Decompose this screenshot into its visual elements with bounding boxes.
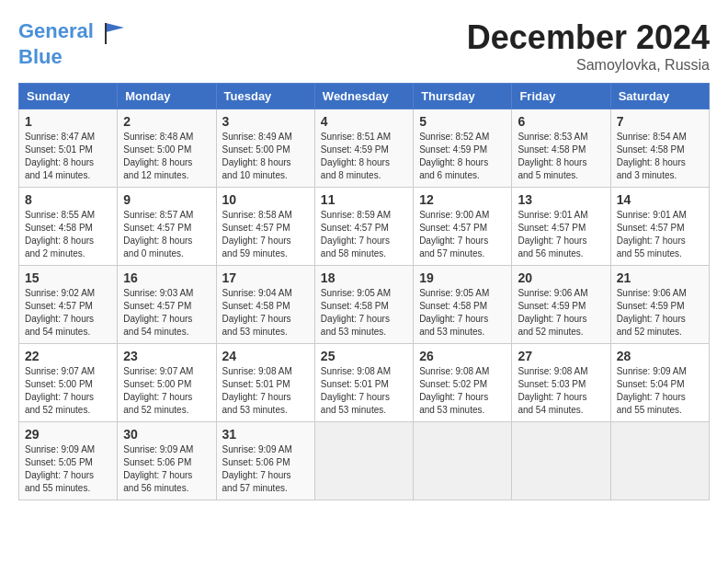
day-cell: 25 Sunrise: 9:08 AMSunset: 5:01 PMDaylig… (314, 344, 413, 422)
day-cell: 15 Sunrise: 9:02 AMSunset: 4:57 PMDaylig… (19, 266, 118, 344)
day-cell (512, 422, 610, 500)
col-friday: Friday (512, 84, 610, 109)
day-number: 23 (123, 349, 210, 363)
day-cell: 8 Sunrise: 8:55 AMSunset: 4:58 PMDayligh… (19, 188, 118, 266)
day-number: 5 (419, 114, 506, 129)
day-info: Sunrise: 8:54 AMSunset: 4:58 PMDaylight:… (617, 131, 703, 182)
day-cell: 30 Sunrise: 9:09 AMSunset: 5:06 PMDaylig… (118, 422, 216, 500)
page-header: General Blue December 2024 Samoylovka, R… (18, 18, 710, 74)
svg-marker-0 (106, 23, 124, 32)
day-cell: 19 Sunrise: 9:05 AMSunset: 4:58 PMDaylig… (414, 266, 512, 344)
day-number: 19 (419, 270, 506, 285)
day-cell: 20 Sunrise: 9:06 AMSunset: 4:59 PMDaylig… (512, 266, 610, 344)
day-number: 12 (419, 192, 506, 207)
day-info: Sunrise: 8:53 AMSunset: 4:58 PMDaylight:… (518, 131, 604, 182)
day-cell: 13 Sunrise: 9:01 AMSunset: 4:57 PMDaylig… (512, 188, 610, 266)
day-cell: 27 Sunrise: 9:08 AMSunset: 5:03 PMDaylig… (512, 344, 610, 422)
col-thursday: Thursday (414, 84, 512, 109)
day-number: 3 (222, 114, 309, 129)
day-info: Sunrise: 9:02 AMSunset: 4:57 PMDaylight:… (25, 287, 111, 339)
day-info: Sunrise: 9:04 AMSunset: 4:58 PMDaylight:… (222, 287, 309, 339)
day-cell: 7 Sunrise: 8:54 AMSunset: 4:58 PMDayligh… (610, 109, 709, 188)
day-number: 26 (419, 349, 506, 363)
day-info: Sunrise: 8:47 AMSunset: 5:01 PMDaylight:… (25, 131, 111, 182)
day-info: Sunrise: 9:08 AMSunset: 5:02 PMDaylight:… (419, 365, 506, 417)
day-cell (414, 422, 512, 500)
day-cell: 11 Sunrise: 8:59 AMSunset: 4:57 PMDaylig… (314, 188, 413, 266)
day-number: 1 (25, 114, 111, 129)
logo-general: General (18, 19, 94, 42)
day-cell: 5 Sunrise: 8:52 AMSunset: 4:59 PMDayligh… (414, 109, 512, 188)
day-number: 28 (617, 349, 703, 363)
day-info: Sunrise: 9:08 AMSunset: 5:03 PMDaylight:… (518, 365, 604, 417)
day-cell: 14 Sunrise: 9:01 AMSunset: 4:57 PMDaylig… (610, 188, 709, 266)
month-title: December 2024 (467, 18, 710, 57)
day-info: Sunrise: 9:00 AMSunset: 4:57 PMDaylight:… (419, 209, 506, 260)
day-number: 11 (321, 192, 407, 207)
header-row: Sunday Monday Tuesday Wednesday Thursday… (19, 84, 710, 109)
day-number: 17 (222, 270, 309, 285)
day-cell: 24 Sunrise: 9:08 AMSunset: 5:01 PMDaylig… (216, 344, 314, 422)
week-row-4: 29 Sunrise: 9:09 AMSunset: 5:05 PMDaylig… (19, 422, 710, 500)
day-number: 29 (25, 427, 111, 442)
day-info: Sunrise: 8:49 AMSunset: 5:00 PMDaylight:… (222, 131, 309, 182)
day-cell: 2 Sunrise: 8:48 AMSunset: 5:00 PMDayligh… (118, 109, 216, 188)
day-number: 31 (222, 427, 309, 442)
day-number: 13 (518, 192, 604, 207)
day-info: Sunrise: 8:52 AMSunset: 4:59 PMDaylight:… (419, 131, 506, 182)
day-cell: 23 Sunrise: 9:07 AMSunset: 5:00 PMDaylig… (118, 344, 216, 422)
col-monday: Monday (118, 84, 216, 109)
day-number: 7 (617, 114, 703, 129)
day-info: Sunrise: 8:48 AMSunset: 5:00 PMDaylight:… (123, 131, 210, 182)
day-cell: 16 Sunrise: 9:03 AMSunset: 4:57 PMDaylig… (118, 266, 216, 344)
day-number: 22 (25, 349, 111, 363)
day-number: 18 (321, 270, 407, 285)
week-row-0: 1 Sunrise: 8:47 AMSunset: 5:01 PMDayligh… (19, 109, 710, 188)
day-info: Sunrise: 9:06 AMSunset: 4:59 PMDaylight:… (518, 287, 604, 339)
week-row-3: 22 Sunrise: 9:07 AMSunset: 5:00 PMDaylig… (19, 344, 710, 422)
col-saturday: Saturday (610, 84, 709, 109)
week-row-2: 15 Sunrise: 9:02 AMSunset: 4:57 PMDaylig… (19, 266, 710, 344)
location-subtitle: Samoylovka, Russia (467, 57, 710, 74)
day-number: 16 (123, 270, 210, 285)
day-info: Sunrise: 9:09 AMSunset: 5:06 PMDaylight:… (123, 443, 210, 495)
day-cell (610, 422, 709, 500)
col-sunday: Sunday (19, 84, 118, 109)
day-number: 30 (123, 427, 210, 442)
day-info: Sunrise: 9:07 AMSunset: 5:00 PMDaylight:… (123, 365, 210, 417)
day-number: 6 (518, 114, 604, 129)
title-block: December 2024 Samoylovka, Russia (467, 18, 710, 74)
day-number: 15 (25, 270, 111, 285)
day-info: Sunrise: 8:55 AMSunset: 4:58 PMDaylight:… (25, 209, 111, 260)
logo: General Blue (18, 18, 129, 68)
day-number: 2 (123, 114, 210, 129)
day-info: Sunrise: 9:03 AMSunset: 4:57 PMDaylight:… (123, 287, 210, 339)
day-info: Sunrise: 9:08 AMSunset: 5:01 PMDaylight:… (321, 365, 407, 417)
day-info: Sunrise: 9:05 AMSunset: 4:58 PMDaylight:… (419, 287, 506, 339)
calendar-table: Sunday Monday Tuesday Wednesday Thursday… (18, 83, 710, 500)
day-number: 9 (123, 192, 210, 207)
day-cell: 26 Sunrise: 9:08 AMSunset: 5:02 PMDaylig… (414, 344, 512, 422)
col-tuesday: Tuesday (216, 84, 314, 109)
day-cell: 29 Sunrise: 9:09 AMSunset: 5:05 PMDaylig… (19, 422, 118, 500)
day-info: Sunrise: 9:08 AMSunset: 5:01 PMDaylight:… (222, 365, 309, 417)
day-cell: 12 Sunrise: 9:00 AMSunset: 4:57 PMDaylig… (414, 188, 512, 266)
day-info: Sunrise: 8:59 AMSunset: 4:57 PMDaylight:… (321, 209, 407, 260)
col-wednesday: Wednesday (314, 84, 413, 109)
calendar-body: 1 Sunrise: 8:47 AMSunset: 5:01 PMDayligh… (19, 109, 710, 500)
day-info: Sunrise: 8:58 AMSunset: 4:57 PMDaylight:… (222, 209, 309, 260)
day-cell: 4 Sunrise: 8:51 AMSunset: 4:59 PMDayligh… (314, 109, 413, 188)
day-info: Sunrise: 9:07 AMSunset: 5:00 PMDaylight:… (25, 365, 111, 417)
day-info: Sunrise: 9:01 AMSunset: 4:57 PMDaylight:… (617, 209, 703, 260)
week-row-1: 8 Sunrise: 8:55 AMSunset: 4:58 PMDayligh… (19, 188, 710, 266)
day-number: 27 (518, 349, 604, 363)
day-info: Sunrise: 9:09 AMSunset: 5:06 PMDaylight:… (222, 443, 309, 495)
logo-blue: Blue (18, 45, 63, 68)
day-number: 25 (321, 349, 407, 363)
day-cell: 9 Sunrise: 8:57 AMSunset: 4:57 PMDayligh… (118, 188, 216, 266)
day-info: Sunrise: 9:09 AMSunset: 5:04 PMDaylight:… (617, 365, 703, 417)
day-number: 14 (617, 192, 703, 207)
day-number: 24 (222, 349, 309, 363)
calendar-header: Sunday Monday Tuesday Wednesday Thursday… (19, 84, 710, 109)
logo-flag-icon (101, 18, 129, 46)
